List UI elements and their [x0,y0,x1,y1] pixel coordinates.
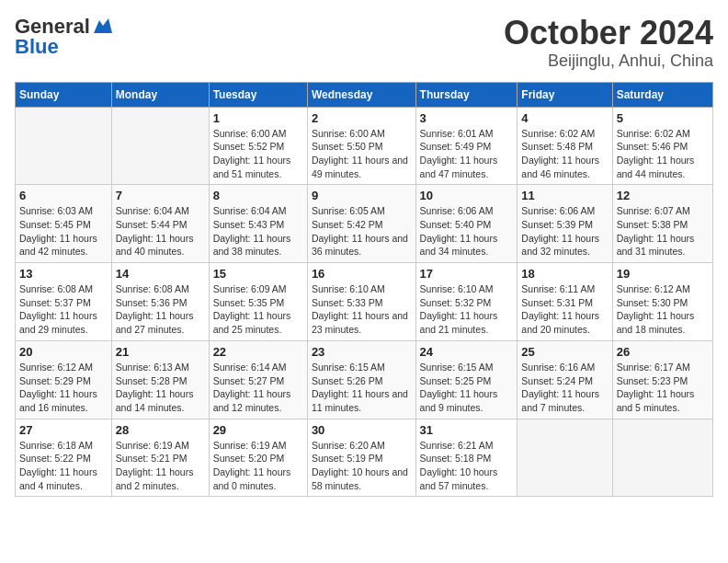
calendar-cell: 10Sunrise: 6:06 AM Sunset: 5:40 PM Dayli… [415,185,518,263]
title-block: October 2024 Beijinglu, Anhui, China [504,15,713,71]
calendar-cell: 8Sunrise: 6:04 AM Sunset: 5:43 PM Daylig… [209,185,307,263]
calendar-cell: 14Sunrise: 6:08 AM Sunset: 5:36 PM Dayli… [111,263,209,341]
calendar-cell: 27Sunrise: 6:18 AM Sunset: 5:22 PM Dayli… [16,419,112,497]
calendar-cell: 1Sunrise: 6:00 AM Sunset: 5:52 PM Daylig… [209,107,307,185]
cell-info: Sunrise: 6:02 AM Sunset: 5:48 PM Dayligh… [521,127,608,181]
cell-info: Sunrise: 6:13 AM Sunset: 5:28 PM Dayligh… [116,361,205,415]
cell-day-number: 16 [312,267,412,281]
cell-day-number: 1 [213,111,303,125]
cell-day-number: 17 [420,267,514,281]
calendar-title: October 2024 [504,15,713,52]
calendar-cell: 17Sunrise: 6:10 AM Sunset: 5:32 PM Dayli… [415,263,518,341]
cell-info: Sunrise: 6:04 AM Sunset: 5:43 PM Dayligh… [213,204,303,259]
calendar-cell: 18Sunrise: 6:11 AM Sunset: 5:31 PM Dayli… [518,263,612,341]
cell-day-number: 11 [521,189,608,202]
cell-info: Sunrise: 6:15 AM Sunset: 5:25 PM Dayligh… [420,361,514,415]
cell-day-number: 20 [19,345,108,359]
cell-info: Sunrise: 6:07 AM Sunset: 5:38 PM Dayligh… [617,204,709,259]
cell-info: Sunrise: 6:09 AM Sunset: 5:35 PM Dayligh… [213,282,303,337]
cell-day-number: 22 [213,345,303,359]
cell-day-number: 19 [617,267,709,281]
day-header-thursday: Thursday [415,82,518,107]
calendar-cell [518,419,612,497]
cell-day-number: 6 [19,189,108,202]
calendar-cell: 23Sunrise: 6:15 AM Sunset: 5:26 PM Dayli… [307,340,415,419]
cell-info: Sunrise: 6:01 AM Sunset: 5:49 PM Dayligh… [420,127,514,181]
calendar-cell [111,107,209,185]
cell-info: Sunrise: 6:02 AM Sunset: 5:46 PM Dayligh… [617,127,709,181]
calendar-cell: 13Sunrise: 6:08 AM Sunset: 5:37 PM Dayli… [16,263,112,341]
cell-info: Sunrise: 6:18 AM Sunset: 5:22 PM Dayligh… [19,439,108,493]
calendar-cell: 5Sunrise: 6:02 AM Sunset: 5:46 PM Daylig… [612,107,712,185]
calendar-cell: 29Sunrise: 6:19 AM Sunset: 5:20 PM Dayli… [209,419,307,497]
cell-day-number: 18 [521,267,608,281]
cell-info: Sunrise: 6:08 AM Sunset: 5:37 PM Dayligh… [19,282,108,337]
cell-info: Sunrise: 6:19 AM Sunset: 5:21 PM Dayligh… [116,439,205,493]
cell-info: Sunrise: 6:10 AM Sunset: 5:33 PM Dayligh… [312,282,412,337]
cell-info: Sunrise: 6:05 AM Sunset: 5:42 PM Dayligh… [312,204,412,259]
day-header-saturday: Saturday [612,82,712,107]
cell-info: Sunrise: 6:06 AM Sunset: 5:39 PM Dayligh… [521,204,608,259]
calendar-table: SundayMondayTuesdayWednesdayThursdayFrid… [15,82,713,498]
cell-info: Sunrise: 6:10 AM Sunset: 5:32 PM Dayligh… [420,282,514,337]
cell-day-number: 10 [420,189,514,202]
cell-info: Sunrise: 6:15 AM Sunset: 5:26 PM Dayligh… [312,361,412,415]
cell-day-number: 14 [116,267,205,281]
calendar-cell: 26Sunrise: 6:17 AM Sunset: 5:23 PM Dayli… [612,340,712,419]
page-header: General Blue October 2024 Beijinglu, Anh… [15,15,713,71]
calendar-cell: 6Sunrise: 6:03 AM Sunset: 5:45 PM Daylig… [16,185,112,263]
cell-day-number: 26 [617,345,709,359]
logo-blue: Blue [15,35,59,59]
cell-day-number: 31 [420,423,514,437]
day-header-sunday: Sunday [16,82,112,107]
calendar-cell: 20Sunrise: 6:12 AM Sunset: 5:29 PM Dayli… [16,340,112,419]
day-header-monday: Monday [111,82,209,107]
cell-day-number: 3 [420,111,514,125]
cell-day-number: 30 [312,423,412,437]
calendar-subtitle: Beijinglu, Anhui, China [504,52,713,71]
cell-day-number: 23 [312,345,412,359]
cell-info: Sunrise: 6:12 AM Sunset: 5:30 PM Dayligh… [617,282,709,337]
cell-info: Sunrise: 6:12 AM Sunset: 5:29 PM Dayligh… [19,361,108,415]
calendar-cell [612,419,712,497]
calendar-cell [16,107,112,185]
calendar-cell: 16Sunrise: 6:10 AM Sunset: 5:33 PM Dayli… [307,263,415,341]
cell-day-number: 13 [19,267,108,281]
cell-day-number: 21 [116,345,205,359]
calendar-cell: 4Sunrise: 6:02 AM Sunset: 5:48 PM Daylig… [518,107,612,185]
calendar-cell: 31Sunrise: 6:21 AM Sunset: 5:18 PM Dayli… [415,419,518,497]
cell-day-number: 28 [116,423,205,437]
cell-day-number: 24 [420,345,514,359]
calendar-cell: 28Sunrise: 6:19 AM Sunset: 5:21 PM Dayli… [111,419,209,497]
cell-info: Sunrise: 6:08 AM Sunset: 5:36 PM Dayligh… [116,282,205,337]
calendar-cell: 30Sunrise: 6:20 AM Sunset: 5:19 PM Dayli… [307,419,415,497]
calendar-cell: 21Sunrise: 6:13 AM Sunset: 5:28 PM Dayli… [111,340,209,419]
calendar-cell: 2Sunrise: 6:00 AM Sunset: 5:50 PM Daylig… [307,107,415,185]
cell-day-number: 2 [312,111,412,125]
cell-info: Sunrise: 6:17 AM Sunset: 5:23 PM Dayligh… [617,361,709,415]
cell-info: Sunrise: 6:00 AM Sunset: 5:52 PM Dayligh… [213,127,303,181]
cell-info: Sunrise: 6:00 AM Sunset: 5:50 PM Dayligh… [312,127,412,181]
cell-info: Sunrise: 6:16 AM Sunset: 5:24 PM Dayligh… [521,361,608,415]
svg-marker-0 [94,18,112,33]
cell-info: Sunrise: 6:21 AM Sunset: 5:18 PM Dayligh… [420,439,514,493]
cell-day-number: 4 [521,111,608,125]
cell-day-number: 12 [617,189,709,202]
day-header-wednesday: Wednesday [307,82,415,107]
calendar-cell: 15Sunrise: 6:09 AM Sunset: 5:35 PM Dayli… [209,263,307,341]
cell-day-number: 15 [213,267,303,281]
calendar-cell: 24Sunrise: 6:15 AM Sunset: 5:25 PM Dayli… [415,340,518,419]
calendar-cell: 9Sunrise: 6:05 AM Sunset: 5:42 PM Daylig… [307,185,415,263]
cell-info: Sunrise: 6:11 AM Sunset: 5:31 PM Dayligh… [521,282,608,337]
cell-info: Sunrise: 6:06 AM Sunset: 5:40 PM Dayligh… [420,204,514,259]
logo-icon [92,17,112,33]
calendar-cell: 7Sunrise: 6:04 AM Sunset: 5:44 PM Daylig… [111,185,209,263]
cell-info: Sunrise: 6:03 AM Sunset: 5:45 PM Dayligh… [19,204,108,259]
cell-day-number: 8 [213,189,303,202]
calendar-cell: 12Sunrise: 6:07 AM Sunset: 5:38 PM Dayli… [612,185,712,263]
cell-day-number: 27 [19,423,108,437]
logo: General Blue [15,15,112,59]
day-header-friday: Friday [518,82,612,107]
cell-info: Sunrise: 6:19 AM Sunset: 5:20 PM Dayligh… [213,439,303,493]
day-header-tuesday: Tuesday [209,82,307,107]
